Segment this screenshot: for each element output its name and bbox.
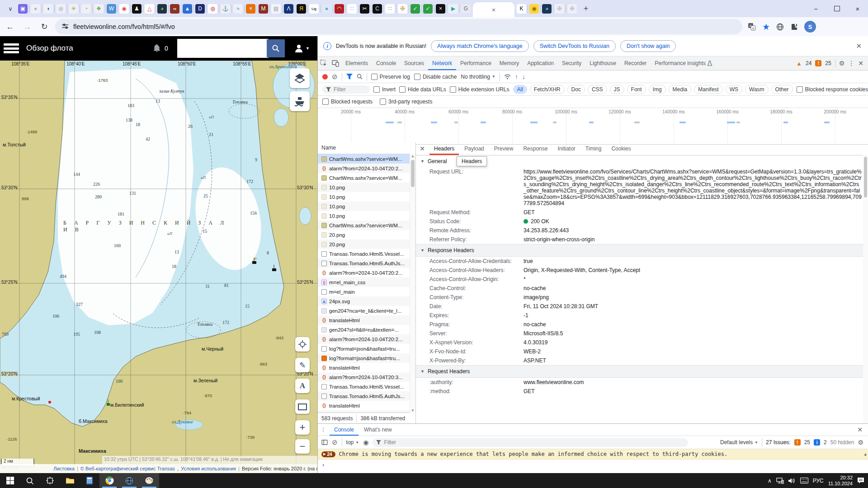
pinned-tab[interactable]: ◍: [208, 4, 217, 14]
pinned-tab[interactable]: Я: [297, 4, 306, 14]
console-message-row[interactable]: ▶24 Chrome is moving towards a new exper…: [318, 449, 868, 460]
record-network-log-icon[interactable]: [322, 74, 328, 80]
network-request-row[interactable]: gen204?nca=te_li&client=te_l...: [318, 306, 415, 315]
drawer-menu-kebab-icon[interactable]: ⋮: [318, 427, 329, 433]
paint-app-button[interactable]: [139, 473, 159, 488]
pinned-tab[interactable]: ✠: [555, 4, 564, 14]
export-har-icon[interactable]: ↓: [522, 73, 525, 80]
close-details-icon[interactable]: ✕: [416, 145, 429, 152]
network-request-row[interactable]: ChartWms.ashx?service=WM...: [318, 221, 415, 230]
settings-gear-icon[interactable]: ⚙: [839, 60, 845, 67]
clear-console-icon[interactable]: ⊘: [332, 438, 338, 446]
import-har-icon[interactable]: ↑: [515, 73, 518, 80]
devtools-tab-memory[interactable]: Memory: [495, 56, 523, 70]
issues-count-label[interactable]: 27 Issues:: [766, 439, 791, 446]
console-scroll-up-icon[interactable]: ▲: [864, 452, 868, 456]
issues-icon[interactable]: !: [815, 60, 821, 66]
window-maximize-button[interactable]: [826, 0, 847, 17]
devtools-tab-application[interactable]: Application: [523, 56, 558, 70]
filter-pill-ws[interactable]: WS: [726, 85, 742, 94]
hidden-messages-label[interactable]: 50 hidden: [830, 439, 854, 446]
pinned-tab[interactable]: G: [461, 4, 471, 14]
inspect-element-icon[interactable]: [318, 57, 330, 69]
pinned-tab[interactable]: ❖: [94, 4, 104, 14]
pinned-tab[interactable]: ◔: [81, 4, 91, 14]
user-menu[interactable]: ▼: [294, 43, 310, 53]
nautical-chart-map[interactable]: Б А Р Г У З И Н С К И Й З А Л И В 108°35…: [0, 61, 317, 473]
back-icon[interactable]: ←: [3, 19, 17, 34]
network-request-row[interactable]: {}alarm?from=2024-10-04T20:3...: [318, 372, 415, 382]
network-request-row[interactable]: Transas.Tornado.Html5.AuthJs...: [318, 391, 415, 401]
pinned-tab[interactable]: ✓: [410, 4, 420, 14]
network-request-row[interactable]: Transas.Tornado.Html5.Vessel...: [318, 249, 415, 258]
map-vessels-button[interactable]: [290, 91, 310, 111]
filter-pill-wasm[interactable]: Wasm: [745, 85, 769, 94]
devtools-tab-console[interactable]: Console: [372, 56, 400, 70]
drawer-tab-whats-new[interactable]: What's new: [359, 424, 396, 436]
notification-center-icon[interactable]: [857, 477, 864, 484]
pinned-tab[interactable]: ◖: [43, 4, 53, 14]
map-marker-button[interactable]: A: [295, 379, 310, 393]
pinned-tab[interactable]: Lig: [309, 4, 319, 14]
filter-pill-other[interactable]: Other: [771, 85, 793, 94]
pinned-tab[interactable]: ▣: [18, 4, 28, 14]
network-request-row[interactable]: {}translateHtml: [318, 315, 415, 325]
details-tab-initiator[interactable]: Initiator: [553, 142, 580, 155]
map-tools-button[interactable]: ✎: [295, 358, 310, 372]
network-request-row[interactable]: 10.png: [318, 183, 415, 192]
search-button[interactable]: [267, 39, 285, 57]
pinned-tab[interactable]: ✂: [360, 4, 369, 14]
network-conditions-icon[interactable]: [504, 74, 511, 80]
devtools-tab-performance[interactable]: Performance: [456, 56, 495, 70]
extensions-puzzle-icon[interactable]: [790, 23, 798, 31]
pinned-tab[interactable]: ◠: [335, 4, 344, 14]
filter-pill-all[interactable]: All: [513, 85, 527, 94]
pinned-tab[interactable]: ✳: [69, 4, 78, 14]
pinned-tab[interactable]: Λ: [284, 4, 293, 14]
network-request-row[interactable]: m=el_main: [318, 287, 415, 296]
site-settings-icon[interactable]: [61, 23, 69, 31]
details-scrollbar[interactable]: [863, 155, 868, 424]
notifications[interactable]: 0: [153, 44, 168, 53]
url-bar[interactable]: fleetviewonline.com/fvo/html5/#/fvo: [55, 19, 742, 34]
network-request-row[interactable]: 20.png: [318, 239, 415, 249]
filter-pill-img[interactable]: Img: [649, 85, 666, 94]
map-zoom-in-button[interactable]: +: [295, 420, 310, 435]
start-button[interactable]: [0, 473, 20, 488]
pinned-tab[interactable]: D: [195, 4, 205, 14]
language-indicator[interactable]: РУС: [813, 478, 824, 484]
drawer-tab-console[interactable]: Console: [330, 424, 359, 436]
third-party-requests-checkbox[interactable]: 3rd-party requests: [380, 99, 432, 105]
details-tab-response[interactable]: Response: [519, 142, 552, 155]
console-settings-gear-icon[interactable]: ⚙: [858, 439, 863, 446]
filter-pill-manifest[interactable]: Manifest: [694, 85, 722, 94]
pinned-tab[interactable]: ▤: [271, 4, 281, 14]
attribution-link[interactable]: Листовка: [53, 466, 75, 471]
devtools-tab-network[interactable]: Network: [428, 56, 456, 70]
task-view-button[interactable]: [40, 473, 60, 488]
request-list-header[interactable]: Name: [318, 142, 415, 154]
chrome-taskbar-button[interactable]: [99, 473, 119, 488]
infobar-close-icon[interactable]: ✕: [856, 42, 862, 50]
map-locate-button[interactable]: [295, 337, 310, 352]
reading-mode-globe-icon[interactable]: [776, 23, 784, 31]
filter-pill-font[interactable]: Font: [627, 85, 646, 94]
console-sidebar-icon[interactable]: [321, 440, 328, 445]
warning-icon[interactable]: ▲: [796, 60, 802, 67]
pinned-tab[interactable]: ◎: [56, 4, 66, 14]
pinned-tab[interactable]: C: [373, 4, 382, 14]
network-request-row[interactable]: log?format=json&hasfast=tru...: [318, 353, 415, 363]
network-request-row[interactable]: 10.png: [318, 192, 415, 202]
blocked-requests-checkbox[interactable]: Blocked requests: [322, 99, 373, 105]
pinned-tab[interactable]: ●: [322, 4, 331, 14]
taskbar-search-button[interactable]: [20, 473, 40, 488]
filter-pill-js[interactable]: JS: [610, 85, 624, 94]
menu-hamburger-icon[interactable]: [4, 42, 19, 54]
filter-pill-fetchxhr[interactable]: Fetch/XHR: [530, 85, 565, 94]
pinned-tab[interactable]: ×: [246, 4, 255, 14]
attribution-terms-link[interactable]: Условия использования: [181, 466, 236, 471]
throttling-dropdown[interactable]: No throttling▼: [461, 74, 495, 80]
forward-icon[interactable]: →: [20, 19, 34, 34]
pinned-tab[interactable]: W: [107, 4, 116, 14]
details-tab-timing[interactable]: Timing: [581, 142, 606, 155]
